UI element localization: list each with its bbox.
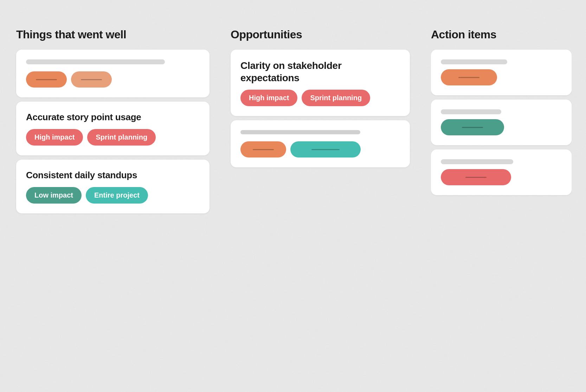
card-clarity-title: Clarity on stakeholder expectations	[240, 59, 400, 84]
tag-placeholder-teal-opp	[290, 141, 361, 158]
tag-action-green	[441, 119, 504, 135]
tag-placeholder-salmon-2	[71, 71, 112, 88]
placeholder-line	[26, 59, 165, 64]
tag-placeholder-salmon-opp	[240, 141, 286, 158]
tag-sprint-planning[interactable]: Sprint planning	[87, 129, 156, 146]
card-accurate-story-title: Accurate story point usage	[26, 111, 200, 123]
column-went-well-header: Things that went well	[16, 28, 210, 41]
opp-placeholder-tags	[240, 141, 400, 158]
column-action-items: Action items	[431, 28, 572, 392]
column-opportunities-header: Opportunities	[231, 28, 410, 41]
tag-line	[36, 79, 57, 80]
opportunities-cards: Clarity on stakeholder expectations High…	[231, 50, 410, 167]
tag-action-red	[441, 169, 511, 185]
card-clarity-tags: High impact Sprint planning	[240, 90, 400, 106]
tag-low-impact[interactable]: Low impact	[26, 187, 82, 204]
tag-line-action-1	[458, 77, 479, 78]
column-went-well: Things that went well Accurate story poi…	[16, 28, 210, 392]
tag-placeholder-salmon	[26, 71, 67, 88]
action-cards	[431, 50, 572, 195]
card-standups-title: Consistent daily standups	[26, 169, 200, 181]
tag-line-action-2	[462, 127, 483, 128]
action-tags-3	[441, 169, 562, 185]
tag-action-salmon	[441, 69, 497, 85]
action-placeholder-line-1	[441, 59, 507, 64]
tag-high-impact[interactable]: High impact	[26, 129, 83, 146]
main-layout: Things that went well Accurate story poi…	[0, 0, 586, 392]
card-standups: Consistent daily standups Low impact Ent…	[16, 160, 210, 213]
tag-high-impact-opp[interactable]: High impact	[240, 90, 297, 106]
action-placeholder-line-2	[441, 109, 501, 114]
action-tags-1	[441, 69, 562, 85]
card-accurate-story: Accurate story point usage High impact S…	[16, 102, 210, 155]
opp-placeholder-bar	[240, 130, 360, 134]
column-opportunities: Opportunities Clarity on stakeholder exp…	[231, 28, 410, 392]
card-opp-placeholder	[231, 120, 410, 167]
tag-line-action-3	[465, 177, 487, 178]
column-action-header: Action items	[431, 28, 572, 41]
action-tags-2	[441, 119, 562, 135]
tag-line-opp-2	[311, 149, 340, 150]
card-clarity: Clarity on stakeholder expectations High…	[231, 50, 410, 116]
action-placeholder-line-3	[441, 159, 513, 164]
card-standups-tags: Low impact Entire project	[26, 187, 200, 204]
card-accurate-story-tags: High impact Sprint planning	[26, 129, 200, 146]
tag-line-opp	[253, 149, 274, 150]
went-well-cards: Accurate story point usage High impact S…	[16, 50, 210, 213]
tag-sprint-planning-opp[interactable]: Sprint planning	[302, 90, 370, 106]
tag-entire-project[interactable]: Entire project	[86, 187, 148, 204]
tags-container	[26, 71, 200, 88]
card-action-2	[431, 99, 572, 145]
tag-line-2	[81, 79, 102, 80]
card-action-1	[431, 50, 572, 95]
card-placeholder-1	[16, 50, 210, 97]
card-action-3	[431, 149, 572, 195]
